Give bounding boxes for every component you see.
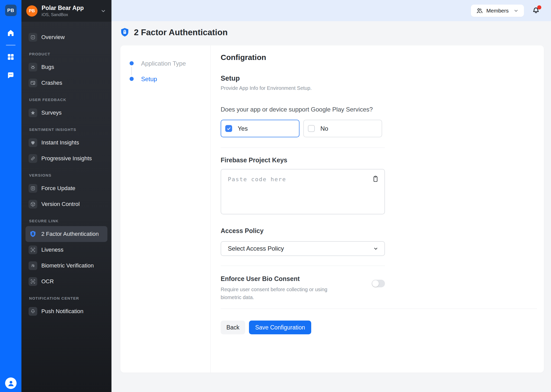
chat-icon: [7, 71, 15, 79]
members-icon: [476, 7, 483, 14]
step-setup[interactable]: Setup: [141, 76, 157, 83]
app-name: Polar Bear App: [42, 5, 100, 12]
notification-badge: [537, 5, 541, 9]
sidebar-item-version-control[interactable]: Version Control: [26, 196, 107, 212]
setup-section-description: Provide App Info for Environment Setup.: [221, 85, 537, 91]
section-label-versions: VERSIONS: [29, 173, 107, 177]
chevron-down-icon: [373, 246, 379, 252]
apps-button[interactable]: [5, 51, 16, 63]
sidebar-item-push-notification[interactable]: Push Notification: [26, 303, 107, 319]
setup-section-title: Setup: [221, 75, 537, 82]
sidebar-item-biometric-verification[interactable]: Biometric Verification: [26, 258, 107, 274]
section-label-secure-link: SECURE LINK: [29, 219, 107, 223]
grid-icon: [7, 53, 15, 61]
section-label-product: PRODUCT: [29, 52, 107, 56]
workspace-logo[interactable]: PB: [5, 5, 17, 16]
divider: [221, 309, 537, 309]
configuration-card: Application Type Setup Configration Setu…: [120, 45, 544, 373]
form-actions: Back Save Configuration: [221, 321, 537, 334]
access-policy-label: Access Policy: [221, 227, 537, 235]
step-connector: [131, 67, 132, 75]
toggle-knob: [372, 280, 379, 287]
sidebar-item-overview[interactable]: Overview: [26, 29, 107, 45]
chevron-down-icon: [100, 8, 106, 14]
link-icon: [29, 154, 37, 163]
access-policy-select[interactable]: Select Access Policy: [221, 241, 385, 256]
user-avatar-icon: [7, 379, 15, 388]
sidebar-item-surveys[interactable]: Surveys: [26, 105, 107, 121]
bug-icon: [29, 63, 37, 71]
back-button[interactable]: Back: [221, 321, 245, 334]
page-title: 2 Factor Authentication: [134, 28, 228, 37]
fingerprint-icon: [29, 261, 37, 270]
stepper: Application Type Setup: [120, 45, 211, 373]
card-scan-icon: [29, 277, 37, 286]
face-scan-icon: [29, 246, 37, 254]
crash-window-icon: [29, 79, 37, 87]
section-label-sentiment-insights: SENTIMENT INSIGHTS: [29, 127, 107, 132]
arrow-up-box-icon: [29, 184, 37, 193]
configuration-heading: Configration: [221, 53, 537, 62]
sidebar-item-2fa[interactable]: 2 Factor Authentication: [26, 226, 107, 242]
cube-icon: [29, 200, 37, 209]
members-label: Members: [486, 8, 509, 14]
step-dot-setup: [130, 77, 134, 81]
page-shield-lock-icon: [119, 27, 130, 38]
no-checkbox[interactable]: [308, 125, 315, 132]
google-play-options: Yes No: [221, 120, 537, 137]
yes-checkbox[interactable]: [225, 125, 232, 132]
heart-icon: [29, 138, 37, 147]
shield-lock-icon: [29, 230, 37, 238]
sidebar-nav: Overview PRODUCT Bugs Crashes USER FEEDB…: [21, 22, 111, 319]
option-no[interactable]: No: [303, 120, 382, 137]
app-rail: PB: [0, 0, 21, 392]
page-header: 2 Factor Authentication: [119, 27, 228, 38]
sidebar-item-bugs[interactable]: Bugs: [26, 59, 107, 75]
divider: [221, 148, 385, 148]
step-dot-application-type: [130, 61, 134, 65]
profile-button[interactable]: [5, 377, 17, 389]
consent-description: Require user consent before collecting o…: [221, 286, 341, 301]
notifications-button[interactable]: [532, 6, 540, 15]
consent-section: Enforce User Bio Consent Require user co…: [221, 275, 385, 301]
sidebar-item-crashes[interactable]: Crashes: [26, 75, 107, 91]
star-icon: [29, 108, 37, 117]
option-yes-label: Yes: [238, 125, 248, 132]
bell-icon: [29, 307, 37, 316]
chevron-down-icon: [513, 8, 519, 14]
option-no-label: No: [320, 125, 328, 132]
chat-button[interactable]: [5, 70, 16, 81]
sidebar: PB Polar Bear App iOS, SandBox Overview …: [21, 0, 111, 392]
step-application-type[interactable]: Application Type: [141, 60, 186, 67]
home-button[interactable]: [5, 27, 16, 39]
firebase-keys-label: Firebase Project Keys: [221, 156, 537, 164]
access-policy-value: Select Access Policy: [228, 245, 284, 252]
home-icon: [7, 29, 15, 37]
configuration-form: Configration Setup Provide App Info for …: [211, 45, 544, 373]
divider: [221, 266, 385, 266]
topbar: Members: [111, 0, 551, 21]
sidebar-item-force-update[interactable]: Force Update: [26, 180, 107, 196]
sidebar-item-progressive-insights[interactable]: Progressive Insights: [26, 151, 107, 166]
save-configuration-button[interactable]: Save Configuration: [249, 321, 311, 334]
members-button[interactable]: Members: [471, 5, 524, 17]
section-label-notification-center: NOTIFICATION CENTER: [29, 296, 107, 300]
firebase-keys-field: [221, 169, 385, 215]
sidebar-item-instant-insights[interactable]: Instant Insights: [26, 135, 107, 151]
option-yes[interactable]: Yes: [221, 120, 299, 137]
google-play-question: Does your app or device support Google P…: [221, 106, 537, 113]
clipboard-icon[interactable]: [372, 175, 379, 183]
sidebar-item-ocr[interactable]: OCR: [26, 274, 107, 289]
consent-toggle[interactable]: [372, 280, 385, 287]
sidebar-item-liveness[interactable]: Liveness: [26, 242, 107, 258]
section-label-user-feedback: USER FEEDBACK: [29, 97, 107, 102]
consent-title: Enforce User Bio Consent: [221, 275, 341, 283]
app-window-icon: [29, 33, 37, 42]
app-switcher[interactable]: PB Polar Bear App iOS, SandBox: [21, 0, 111, 22]
rail-divider: [6, 45, 16, 46]
app-avatar: PB: [26, 5, 37, 17]
app-platform: iOS, SandBox: [42, 12, 100, 17]
firebase-keys-input[interactable]: [221, 169, 385, 214]
